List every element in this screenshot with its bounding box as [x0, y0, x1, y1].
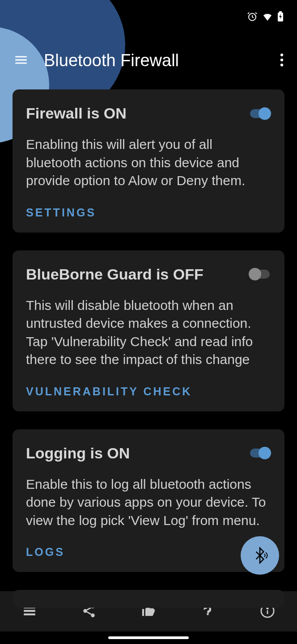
- shield-icon: [65, 11, 75, 25]
- menu-button[interactable]: [9, 48, 33, 73]
- blueborne-card: BlueBorne Guard is OFF This will disable…: [13, 250, 284, 411]
- nav-handle[interactable]: [108, 636, 189, 639]
- logging-toggle[interactable]: [249, 447, 271, 459]
- next-card-peek: [13, 590, 284, 608]
- status-bar: 10:58 P: [0, 0, 297, 36]
- firewall-toggle[interactable]: [249, 107, 271, 120]
- card-header: Firewall is ON: [26, 105, 271, 122]
- svg-rect-9: [24, 610, 36, 611]
- firewall-card: Firewall is ON Enabling this will alert …: [13, 89, 284, 233]
- status-right: [247, 11, 284, 25]
- bluetooth-audio-icon: [251, 547, 269, 564]
- nav-bar: [0, 631, 297, 644]
- content: Firewall is ON Enabling this will alert …: [0, 85, 297, 608]
- svg-rect-10: [24, 613, 36, 615]
- svg-point-7: [280, 64, 283, 66]
- svg-point-6: [280, 58, 283, 61]
- card-header: BlueBorne Guard is OFF: [26, 266, 271, 283]
- p-icon: P: [50, 11, 60, 25]
- svg-point-5: [280, 53, 283, 56]
- app-bar: Bluetooth Firewall: [0, 36, 297, 85]
- bluetooth-fab[interactable]: [241, 536, 279, 575]
- blueborne-title: BlueBorne Guard is OFF: [26, 266, 204, 283]
- hamburger-icon: [13, 52, 29, 68]
- vulnerability-check-button[interactable]: VULNERABILITY CHECK: [26, 385, 192, 398]
- blueborne-desc: This will disable bluetooth when an untr…: [26, 297, 271, 369]
- wifi-icon: [262, 11, 273, 25]
- firewall-title: Firewall is ON: [26, 105, 127, 122]
- svg-point-13: [91, 613, 95, 617]
- svg-text:P: P: [53, 14, 57, 21]
- alarm-icon: [247, 11, 258, 25]
- blueborne-toggle[interactable]: [249, 268, 271, 280]
- card-header: Logging is ON: [26, 445, 271, 462]
- svg-rect-4: [279, 11, 282, 13]
- more-button[interactable]: [276, 49, 288, 72]
- firewall-desc: Enabling this will alert you of all blue…: [26, 136, 271, 190]
- more-vert-icon: [280, 53, 284, 67]
- logs-button[interactable]: LOGS: [26, 546, 65, 559]
- status-left: 10:58 P: [13, 11, 75, 25]
- settings-button[interactable]: SETTINGS: [26, 206, 96, 219]
- logging-title: Logging is ON: [26, 445, 130, 462]
- status-time: 10:58: [13, 11, 45, 25]
- svg-point-12: [83, 609, 87, 613]
- logging-desc: Enable this to log all bluetooth actions…: [26, 475, 271, 530]
- battery-icon: [277, 11, 284, 25]
- app-title: Bluetooth Firewall: [44, 51, 276, 70]
